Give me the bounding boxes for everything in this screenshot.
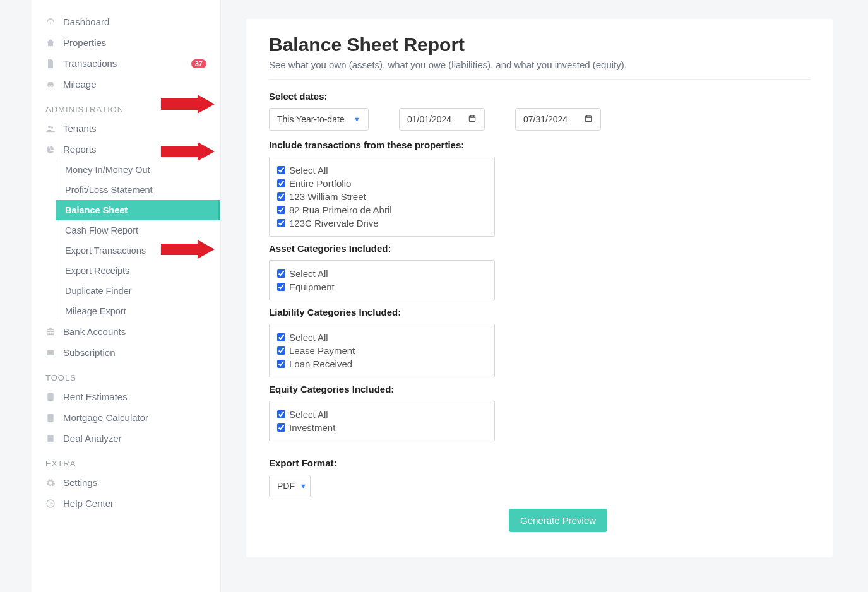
properties-label: Include transactions from these properti… xyxy=(269,139,811,150)
checkbox[interactable] xyxy=(277,179,285,187)
export-value: PDF xyxy=(277,481,295,491)
chart-pie-icon xyxy=(45,145,56,155)
section-extra: EXTRA xyxy=(32,449,220,472)
home-icon xyxy=(45,38,56,48)
annotation-arrow-icon xyxy=(161,142,215,161)
option-label: Select All xyxy=(289,268,328,279)
subnav-cash-flow[interactable]: Cash Flow Report xyxy=(56,220,220,240)
checkbox[interactable] xyxy=(277,410,285,418)
chevron-down-icon: ▼ xyxy=(354,115,360,123)
dates-label: Select dates: xyxy=(269,91,811,102)
checkbox[interactable] xyxy=(277,269,285,278)
liability-option[interactable]: Select All xyxy=(277,331,487,344)
end-date-value: 07/31/2024 xyxy=(523,114,568,124)
checkbox[interactable] xyxy=(277,346,285,355)
equity-option[interactable]: Investment xyxy=(277,421,487,434)
option-label: 123 William Street xyxy=(289,191,366,202)
car-icon xyxy=(45,80,56,90)
checkbox[interactable] xyxy=(277,283,285,291)
help-icon: ? xyxy=(45,499,56,509)
nav-label: Transactions xyxy=(63,58,184,69)
checkbox[interactable] xyxy=(277,166,285,174)
calendar-icon xyxy=(468,114,477,125)
nav-properties[interactable]: Properties xyxy=(32,32,220,53)
nav-label: Rent Estimates xyxy=(63,391,206,402)
option-label: Loan Received xyxy=(289,358,352,369)
start-date-value: 01/01/2024 xyxy=(407,114,451,124)
bank-icon xyxy=(45,327,56,337)
liability-option[interactable]: Loan Received xyxy=(277,357,487,370)
assets-checklist: Select All Equipment xyxy=(269,260,495,300)
section-tools: TOOLS xyxy=(32,363,220,386)
export-label: Export Format: xyxy=(269,458,811,468)
nav-deal-analyzer[interactable]: Deal Analyzer xyxy=(32,428,220,449)
equity-option[interactable]: Select All xyxy=(277,408,487,421)
svg-rect-5 xyxy=(47,435,53,442)
calculator-icon xyxy=(45,413,56,423)
option-label: Investment xyxy=(289,422,335,433)
checkbox[interactable] xyxy=(277,360,285,368)
property-option[interactable]: 82 Rua Primeiro de Abril xyxy=(277,203,487,216)
property-option[interactable]: Entire Portfolio xyxy=(277,177,487,190)
date-range-select[interactable]: This Year-to-date ▼ xyxy=(269,108,369,131)
subnav-money-in-out[interactable]: Money In/Money Out xyxy=(56,160,220,180)
export-format-select[interactable]: PDF ▼ xyxy=(269,475,311,497)
nav-bank-accounts[interactable]: Bank Accounts xyxy=(32,321,220,342)
nav-label: Mortgage Calculator xyxy=(63,412,206,423)
nav-subscription[interactable]: Subscription xyxy=(32,342,220,363)
start-date-input[interactable]: 01/01/2024 xyxy=(399,108,485,131)
nav-settings[interactable]: Settings xyxy=(32,472,220,493)
checkbox[interactable] xyxy=(277,423,285,432)
annotation-arrow-icon xyxy=(161,240,215,259)
nav-mileage[interactable]: Mileage xyxy=(32,74,220,95)
checkbox[interactable] xyxy=(277,333,285,341)
asset-option[interactable]: Select All xyxy=(277,267,487,280)
equity-label: Equity Categories Included: xyxy=(269,384,811,394)
calculator-icon xyxy=(45,434,56,444)
subnav-export-receipts[interactable]: Export Receipts xyxy=(56,261,220,281)
checkbox[interactable] xyxy=(277,206,285,214)
svg-rect-12 xyxy=(585,115,591,121)
page-title: Balance Sheet Report xyxy=(269,34,811,56)
subnav-mileage-export[interactable]: Mileage Export xyxy=(56,301,220,321)
option-label: Select All xyxy=(289,165,328,175)
property-option[interactable]: Select All xyxy=(277,163,487,177)
end-date-input[interactable]: 07/31/2024 xyxy=(515,108,601,131)
nav-label: Mileage xyxy=(63,79,206,90)
nav-label: Help Center xyxy=(63,498,206,509)
option-label: Equipment xyxy=(289,281,335,292)
liability-option[interactable]: Lease Payment xyxy=(277,344,487,357)
nav-label: Bank Accounts xyxy=(63,326,206,337)
equity-checklist: Select All Investment xyxy=(269,401,495,441)
subnav-duplicate-finder[interactable]: Duplicate Finder xyxy=(56,281,220,301)
calculator-icon xyxy=(45,392,56,402)
property-option[interactable]: 123C Rivervale Drive xyxy=(277,216,487,230)
asset-option[interactable]: Equipment xyxy=(277,280,487,293)
liabilities-label: Liability Categories Included: xyxy=(269,307,811,317)
transactions-badge: 37 xyxy=(191,59,206,68)
nav-dashboard[interactable]: Dashboard xyxy=(32,11,220,32)
subnav-profit-loss[interactable]: Profit/Loss Statement xyxy=(56,180,220,200)
nav-label: Properties xyxy=(63,37,206,48)
nav-mortgage-calculator[interactable]: Mortgage Calculator xyxy=(32,407,220,428)
nav-label: Dashboard xyxy=(63,16,206,27)
nav-rent-estimates[interactable]: Rent Estimates xyxy=(32,386,220,407)
property-option[interactable]: 123 William Street xyxy=(277,190,487,203)
users-icon xyxy=(45,124,56,134)
generate-preview-button[interactable]: Generate Preview xyxy=(509,509,607,532)
chevron-down-icon: ▼ xyxy=(300,482,307,490)
checkbox[interactable] xyxy=(277,219,285,227)
annotation-arrow-icon xyxy=(161,95,215,114)
subnav-balance-sheet[interactable]: Balance Sheet xyxy=(56,200,220,220)
nav-help-center[interactable]: ? Help Center xyxy=(32,493,220,514)
document-icon xyxy=(45,59,56,69)
nav-label: Subscription xyxy=(63,347,206,358)
gear-icon xyxy=(45,478,56,488)
svg-marker-8 xyxy=(161,95,215,114)
option-label: Lease Payment xyxy=(289,345,355,356)
checkbox[interactable] xyxy=(277,192,285,201)
option-label: 82 Rua Primeiro de Abril xyxy=(289,204,392,215)
page-subtitle: See what you own (assets), what you owe … xyxy=(269,59,811,80)
nav-tenants[interactable]: Tenants xyxy=(32,118,220,139)
nav-transactions[interactable]: Transactions 37 xyxy=(32,53,220,74)
